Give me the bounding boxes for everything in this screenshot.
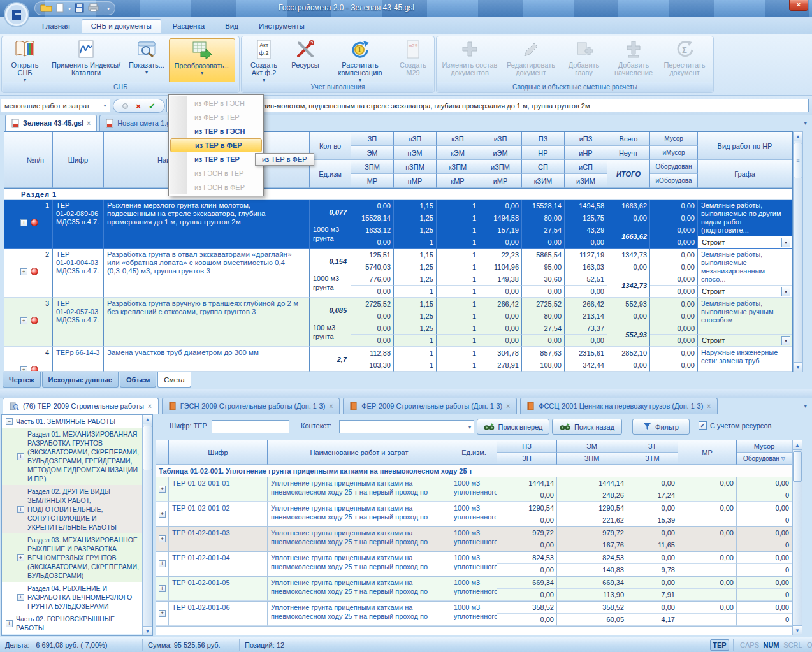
scrollbar-thumb[interactable]: ≡ [794,143,802,178]
filter-small-icon[interactable]: ▽ [781,456,785,461]
grafa-combo[interactable]: Строит▾ [698,335,792,347]
ribbon-button[interactable]: Преобразовать...▾ [169,38,235,85]
catalog-row[interactable]: +ТЕР 01-02-001-03Уплотнение грунта прице… [156,527,802,552]
workspace-tab[interactable]: Объем [120,372,156,388]
expand-button[interactable]: + [159,535,166,542]
menu-item[interactable]: из ТЕР в ТЕР [170,152,262,166]
grafa-combo[interactable]: Строит▾ [698,286,792,298]
panel-splitter[interactable]: ······· [0,389,812,398]
estimate-row[interactable]: 1+ТЕР 01-02-089-06 МДС35 п.4.7.Рыхление … [4,200,792,249]
estimate-row[interactable]: 2+ТЕР 01-01-004-03 МДС35 п.4.7.Разработк… [4,249,792,298]
tree-expander[interactable]: + [17,554,24,561]
search-field-selector[interactable]: менование работ и затрат ▾ [1,99,110,112]
code-filter-input[interactable] [212,420,289,433]
menu-item[interactable]: из ТЕР в ФЕР [170,138,262,152]
ribbon-tab[interactable]: Инструменты [250,20,314,33]
qat-folder-button[interactable] [40,3,52,13]
base-tab[interactable]: ГЭСН-2009 Строительные работы (Доп. 1-3)… [162,398,340,414]
expand-button[interactable]: + [20,317,27,324]
expand-button[interactable]: + [20,366,27,372]
expand-button[interactable]: + [159,511,166,518]
chevron-down-icon[interactable]: ▾ [68,6,71,11]
tree-item[interactable]: +Часть 03. БУРОВЗРЫВНЫЕ РАБОТЫ [2,634,142,636]
expand-button[interactable]: + [159,585,166,592]
tree-scrollbar[interactable]: ▲ ▼ [142,415,152,635]
tree-expander[interactable]: + [6,620,13,627]
ribbon-button[interactable]: Применить Индексы/Каталоги [48,38,124,85]
tab-close-icon[interactable]: × [87,120,91,127]
expand-button[interactable]: + [20,219,27,226]
base-tabs-chevron-icon[interactable]: ▾ [804,403,807,409]
search-forward-button[interactable]: Поиск вперед [477,419,549,435]
tree-item[interactable]: +Раздел 03. МЕХАНИЗИРОВАННОЕ РЫХЛЕНИЕ И … [2,533,142,582]
catalog-row[interactable]: +ТЕР 01-02-001-06Уплотнение грунта прице… [156,602,802,627]
status-base-mode[interactable]: ТЕР [710,639,729,651]
chevron-down-icon[interactable]: ▾ [781,336,790,345]
workspace-tab[interactable]: Исходные данные [42,372,119,388]
ribbon-button[interactable]: Показать...▾ [127,38,166,85]
base-tab[interactable]: ФССЦ-2001 Ценник на перевозку грузов (До… [520,398,718,414]
apply-search-icon[interactable]: ✓ [149,101,156,111]
catalog-row[interactable]: +ТЕР 01-02-001-05Уплотнение грунта прице… [156,577,802,602]
tree-expander[interactable]: − [6,418,13,425]
tree-expander[interactable]: + [17,594,24,601]
document-tab[interactable]: Зеленая 43-45.gsl× [5,115,97,131]
base-tab[interactable]: (76) ТЕР-2009 Строительные работы× [3,398,159,414]
qat-save-button[interactable] [75,3,84,14]
catalog-row[interactable]: +ТЕР 01-02-001-04Уплотнение грунта прице… [156,552,802,577]
base-tab[interactable]: ФЕР-2009 Строительные работы (Доп. 1-3)× [343,398,517,414]
grafa-combo[interactable]: Строит▾ [698,236,792,249]
chevron-down-icon[interactable]: ▾ [781,287,790,296]
tree-item[interactable]: +Часть 02. ГОРНОВСКРЫШНЫЕ РАБОТЫ [2,612,142,634]
qat-new-doc-button[interactable] [56,3,64,14]
ribbon-button[interactable]: 1Рассчитать компенсацию▾ [328,38,392,85]
catalog-scroll-down-button[interactable]: ▼ [793,625,802,635]
ribbon-tab[interactable]: Главная [33,20,79,33]
tree-scroll-down-button[interactable]: ▼ [143,626,152,635]
ribbon-button[interactable]: Открыть СНБ▾ [4,38,45,85]
app-logo[interactable] [3,1,30,28]
qat-print-button[interactable] [88,3,99,13]
expand-button[interactable]: + [159,560,166,567]
estimate-row[interactable]: 3+ТЕР 01-02-057-03 МДС35 п.4.7.Разработк… [4,298,792,347]
filter-button[interactable]: Фильтр [632,419,690,435]
tree-scrollbar-thumb[interactable] [143,426,152,470]
tree-item[interactable]: +Раздел 01. МЕХАНИЗИРОВАННАЯ РАЗРАБОТКА … [2,428,142,485]
scroll-up-button[interactable]: ▲ [794,132,802,141]
ribbon-button[interactable]: Актф.2Создать Акт ф.2▾ [245,38,282,85]
tab-close-icon[interactable]: × [329,403,333,410]
expand-button[interactable]: + [20,268,27,275]
tree-item[interactable]: +Раздел 02. ДРУГИЕ ВИДЫ ЗЕМЛЯНЫХ РАБОТ, … [2,485,142,533]
tree-item[interactable]: +Раздел 04. РЫХЛЕНИЕ И РАЗРАБОТКА ВЕЧНОМ… [2,582,142,612]
context-filter-combo[interactable]: ▾ [339,420,474,433]
tree-scroll-up-button[interactable]: ▲ [143,415,152,424]
catalog-scrollbar[interactable]: ▲ ▼ [792,440,802,635]
clear-search-icon[interactable]: × [136,101,141,111]
expand-button[interactable]: + [159,486,166,493]
qat-customize-icon[interactable]: ▾ [107,6,110,11]
tab-close-icon[interactable]: × [148,403,152,410]
ribbon-tab[interactable]: Расценка [164,20,214,33]
menu-item[interactable]: из ТЕР в ГЭСН [170,124,262,138]
workspace-tab[interactable]: Смета [157,372,191,388]
doc-tabs-chevron-icon[interactable]: ▾ [804,120,807,126]
catalog-row[interactable]: +ТЕР 01-02-001-01Уплотнение грунта прице… [156,477,802,502]
tab-close-icon[interactable]: × [707,403,711,410]
main-grid-scrollbar[interactable]: ▲ ≡ ▼ [793,131,803,372]
close-button[interactable]: × [789,0,808,11]
ribbon-tab[interactable]: СНБ и документы [82,19,161,33]
workspace-tab[interactable]: Чертеж [3,372,41,388]
ribbon-button[interactable]: Ресурсы [285,38,326,85]
catalog-row[interactable]: +ТЕР 01-02-001-02Уплотнение грунта прице… [156,502,802,527]
search-backward-button[interactable]: Поиск назад [552,419,622,435]
catalog-scrollbar-thumb[interactable] [793,451,802,482]
estimate-row[interactable]: 4+ТЕРр 66-14-3Замена участков труб диаме… [4,347,792,372]
with-resources-checkbox[interactable]: ✓ С учетом ресурсов [699,421,771,430]
tree-expander[interactable]: + [17,506,24,513]
chevron-down-icon[interactable]: ▾ [781,238,790,247]
expand-button[interactable]: + [159,610,166,617]
tab-close-icon[interactable]: × [506,403,510,410]
catalog-scroll-up-button[interactable]: ▲ [793,440,802,450]
tree-item[interactable]: −Часть 01. ЗЕМЛЯНЫЕ РАБОТЫ [2,415,142,428]
tree-expander[interactable]: + [17,453,24,460]
